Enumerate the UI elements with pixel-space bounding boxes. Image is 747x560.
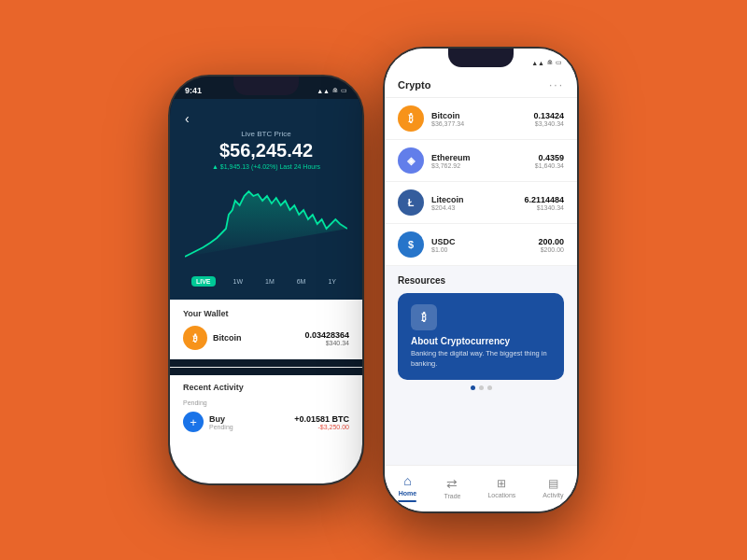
wallet-item-right: 0.03428364 $340.34 <box>304 330 349 346</box>
activity-type: Buy <box>209 414 233 424</box>
crypto-row-ltc[interactable]: Ł Litecoin $204.43 6.2114484 $1340.34 <box>385 182 577 224</box>
eth-qty: 0.4359 <box>535 153 564 162</box>
activity-title: Recent Activity <box>183 383 349 392</box>
wallet-coin-usd: $340.34 <box>304 340 349 346</box>
ltc-name: Litecoin <box>431 195 464 204</box>
price-label: Live BTC Price <box>185 130 347 138</box>
btc-amounts: 0.13424 $3,340.34 <box>533 111 564 127</box>
signal-icon: ▲▲ <box>317 88 330 94</box>
chart-area: ‹ Live BTC Price $56,245.42 ▲ $1,945.13 … <box>170 99 362 300</box>
ltc-amounts: 6.2114484 $1340.34 <box>524 195 564 211</box>
nav-locations[interactable]: ⊞ Locations <box>487 477 515 498</box>
filter-1w[interactable]: 1W <box>229 276 248 287</box>
activity-section: Recent Activity Pending + Buy Pending +0… <box>170 375 362 483</box>
back-button[interactable]: ‹ <box>185 111 190 126</box>
notch-right <box>448 49 514 67</box>
crypto-row-left-eth: ◈ Ethereum $3,762.92 <box>398 147 471 174</box>
usdc-info: USDC $1.00 <box>431 237 456 253</box>
ltc-icon: Ł <box>398 189 424 216</box>
nav-trade[interactable]: ⇄ Trade <box>444 476 460 499</box>
right-signal-icon: ▲▲ <box>531 60 544 66</box>
pagination-dots <box>398 380 564 396</box>
crypto-row-left-usdc: $ USDC $1.00 <box>398 231 456 258</box>
eth-price: $3,762.92 <box>431 162 471 169</box>
btc-icon: ₿ <box>398 105 424 132</box>
right-status-icons: ▲▲ ⋒ ▭ <box>531 59 562 66</box>
right-screen: 9:41 ▲▲ ⋒ ▭ Crypto ··· ₿ <box>385 49 577 511</box>
wallet-coin-amount: 0.03428364 <box>304 330 349 340</box>
nav-activity[interactable]: ▤ Activity <box>543 477 563 498</box>
activity-item-status: Pending <box>209 424 233 430</box>
resource-card-desc: Banking the digital way. The biggest thi… <box>411 349 551 369</box>
crypto-row-left-ltc: Ł Litecoin $204.43 <box>398 189 464 216</box>
usdc-val: $200.00 <box>538 246 564 253</box>
filter-1y[interactable]: 1Y <box>323 276 341 287</box>
left-status-icons: ▲▲ ⋒ ▭ <box>317 87 347 94</box>
chart-svg <box>185 177 347 271</box>
right-battery-icon: ▭ <box>556 59 562 66</box>
wallet-item[interactable]: ₿ Bitcoin 0.03428364 $340.34 <box>183 326 349 350</box>
dots-menu[interactable]: ··· <box>549 78 564 91</box>
nav-home[interactable]: ⌂ Home <box>398 473 416 502</box>
filter-live[interactable]: LIVE <box>191 276 216 287</box>
wallet-coin-name: Bitcoin <box>213 333 242 343</box>
time-filters: LIVE 1W 1M 6M 1Y <box>185 271 347 292</box>
activity-item[interactable]: + Buy Pending +0.01581 BTC -$3,250.00 <box>183 412 349 432</box>
price-value: $56,245.42 <box>185 140 347 161</box>
activity-btc-amount: +0.01581 BTC <box>294 414 349 424</box>
btc-val: $3,340.34 <box>533 120 564 127</box>
resources-section: Resources ₿ About Cryptocurrency Banking… <box>385 266 577 401</box>
eth-amounts: 0.4359 $1,640.34 <box>535 153 564 169</box>
phones-container: 9:41 ▲▲ ⋒ ▭ ‹ Live BTC Price $56,245.42 … <box>168 47 579 513</box>
crypto-title: Crypto <box>398 79 430 91</box>
resources-title: Resources <box>398 275 564 286</box>
right-time: 9:41 <box>400 58 416 67</box>
plus-icon: + <box>183 412 204 432</box>
nav-locations-label: Locations <box>487 492 515 498</box>
crypto-row-btc[interactable]: ₿ Bitcoin $36,377.34 0.13424 $3,340.34 <box>385 98 577 140</box>
ltc-val: $1340.34 <box>524 204 564 211</box>
dot-1 <box>471 385 475 390</box>
btc-name: Bitcoin <box>431 111 464 120</box>
btc-qty: 0.13424 <box>533 111 564 120</box>
resource-card[interactable]: ₿ About Cryptocurrency Banking the digit… <box>398 293 564 380</box>
eth-name: Ethereum <box>431 153 471 162</box>
wallet-title: Your Wallet <box>183 309 349 318</box>
price-change: ▲ $1,945.13 (+4.02%) Last 24 Hours <box>185 163 347 170</box>
eth-val: $1,640.34 <box>535 162 564 169</box>
usdc-icon: $ <box>398 231 424 258</box>
trade-icon: ⇄ <box>446 476 458 491</box>
divider <box>170 367 362 368</box>
wallet-section: Your Wallet ₿ Bitcoin 0.03428364 $340.34 <box>170 300 362 359</box>
usdc-qty: 200.00 <box>538 237 564 246</box>
usdc-name: USDC <box>431 237 456 246</box>
wallet-item-left: ₿ Bitcoin <box>183 326 242 350</box>
btc-info: Bitcoin $36,377.34 <box>431 111 464 127</box>
ltc-info: Litecoin $204.43 <box>431 195 464 211</box>
notch-left <box>233 77 299 95</box>
home-icon: ⌂ <box>403 473 411 488</box>
nav-home-underline <box>398 500 416 502</box>
resource-card-title: About Cryptocurrency <box>411 336 551 346</box>
ltc-price: $204.43 <box>431 204 464 211</box>
left-time: 9:41 <box>185 86 202 95</box>
activity-icon: ▤ <box>548 477 558 490</box>
crypto-row-usdc[interactable]: $ USDC $1.00 200.00 $200.00 <box>385 224 577 266</box>
usdc-amounts: 200.00 $200.00 <box>538 237 564 253</box>
crypto-row-left-btc: ₿ Bitcoin $36,377.34 <box>398 105 464 132</box>
wifi-icon: ⋒ <box>332 87 338 94</box>
phone-left: 9:41 ▲▲ ⋒ ▭ ‹ Live BTC Price $56,245.42 … <box>168 75 364 485</box>
filter-6m[interactable]: 6M <box>292 276 311 287</box>
usdc-price: $1.00 <box>431 246 456 253</box>
btc-price: $36,377.34 <box>431 120 464 127</box>
resource-card-icon: ₿ <box>411 304 437 330</box>
nav-home-label: Home <box>399 490 416 497</box>
locations-icon: ⊞ <box>497 477 506 490</box>
nav-trade-label: Trade <box>444 493 460 499</box>
eth-icon: ◈ <box>398 147 424 174</box>
eth-info: Ethereum $3,762.92 <box>431 153 471 169</box>
activity-item-right: +0.01581 BTC -$3,250.00 <box>294 414 349 430</box>
activity-info: Buy Pending <box>209 414 233 430</box>
crypto-row-eth[interactable]: ◈ Ethereum $3,762.92 0.4359 $1,640.34 <box>385 140 577 182</box>
filter-1m[interactable]: 1M <box>261 276 279 287</box>
